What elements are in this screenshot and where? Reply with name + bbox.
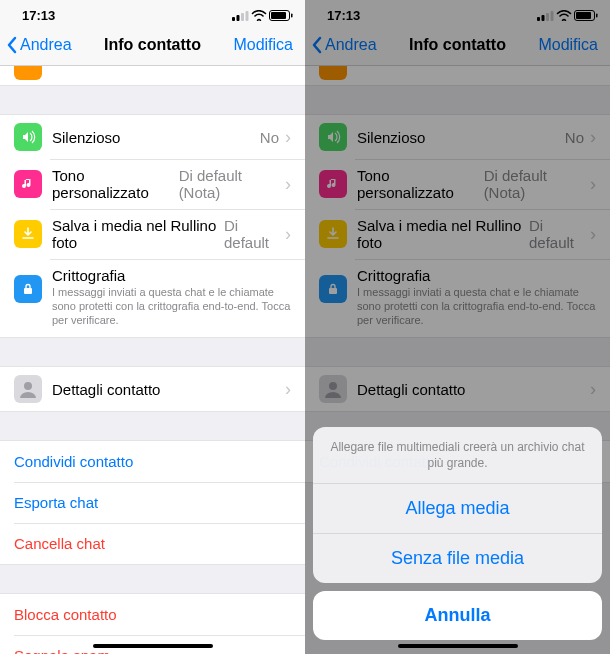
- status-icons: [232, 10, 293, 21]
- silent-value: No: [260, 129, 279, 146]
- nav-back-label: Andrea: [20, 36, 72, 54]
- partial-row: [305, 66, 610, 86]
- tone-value: Di default (Nota): [179, 167, 279, 201]
- person-icon: [14, 375, 42, 403]
- encryption-row: Crittografia I messaggi inviati a questa…: [305, 259, 610, 337]
- encryption-label: Crittografia: [357, 267, 596, 284]
- speaker-icon: [319, 123, 347, 151]
- svg-point-8: [24, 382, 32, 390]
- contact-details-row[interactable]: Dettagli contatto ›: [0, 367, 305, 411]
- home-indicator[interactable]: [398, 644, 518, 648]
- nav-bar: Andrea Info contatto Modifica: [0, 30, 305, 66]
- contact-details-label: Dettagli contatto: [52, 381, 160, 398]
- status-bar: 17:13: [305, 0, 610, 30]
- content-area: Silenzioso No › Tono personalizzato Di d…: [0, 66, 305, 654]
- contact-details-section: Dettagli contatto ›: [305, 366, 610, 412]
- svg-rect-15: [596, 13, 598, 17]
- speaker-icon: [14, 123, 42, 151]
- share-contact-button[interactable]: Condividi contatto: [0, 441, 305, 482]
- tone-label: Tono personalizzato: [52, 167, 175, 201]
- action-sheet-group: Allegare file multimediali creerà un arc…: [313, 427, 602, 583]
- svg-rect-10: [542, 15, 545, 21]
- chevron-right-icon: ›: [590, 224, 596, 245]
- svg-rect-2: [241, 13, 244, 21]
- person-icon: [319, 375, 347, 403]
- block-contact-button[interactable]: Blocca contatto: [0, 594, 305, 635]
- save-media-value: Di default: [224, 217, 279, 251]
- svg-rect-1: [237, 15, 240, 21]
- svg-rect-5: [271, 12, 286, 19]
- nav-back-label: Andrea: [325, 36, 377, 54]
- action-sheet-message: Allegare file multimediali creerà un arc…: [313, 427, 602, 484]
- svg-rect-16: [329, 288, 337, 294]
- encryption-subtitle: I messaggi inviati a questa chat e le ch…: [357, 286, 596, 327]
- lock-icon: [319, 275, 347, 303]
- nav-title: Info contatto: [409, 36, 506, 54]
- cellular-icon: [537, 10, 554, 21]
- nav-edit-button[interactable]: Modifica: [233, 36, 299, 54]
- partial-row[interactable]: [0, 66, 305, 86]
- silent-label: Silenzioso: [52, 129, 120, 146]
- nav-back-button[interactable]: Andrea: [6, 36, 72, 54]
- status-time: 17:13: [22, 8, 55, 23]
- status-icons: [537, 10, 598, 21]
- action-sheet: Allegare file multimediali creerà un arc…: [313, 427, 602, 640]
- battery-icon: [574, 10, 598, 21]
- lock-icon: [14, 275, 42, 303]
- tone-label: Tono personalizzato: [357, 167, 480, 201]
- nav-back-button[interactable]: Andrea: [311, 36, 377, 54]
- chevron-right-icon: ›: [590, 379, 596, 400]
- svg-rect-12: [551, 11, 554, 21]
- silent-label: Silenzioso: [357, 129, 425, 146]
- phone-left: 17:13 Andrea Info contatto Modifica Sile…: [0, 0, 305, 654]
- encryption-subtitle: I messaggi inviati a questa chat e le ch…: [52, 286, 291, 327]
- attach-media-button[interactable]: Allega media: [313, 484, 602, 534]
- chevron-right-icon: ›: [285, 224, 291, 245]
- encryption-row[interactable]: Crittografia I messaggi inviati a questa…: [0, 259, 305, 337]
- svg-rect-7: [24, 288, 32, 294]
- chat-actions-section: Condividi contatto Esporta chat Cancella…: [0, 440, 305, 565]
- svg-rect-6: [291, 13, 293, 17]
- silent-row: Silenzioso No ›: [305, 115, 610, 159]
- svg-rect-9: [537, 17, 540, 21]
- encryption-label: Crittografia: [52, 267, 291, 284]
- chevron-left-icon: [6, 36, 18, 54]
- phone-right: 17:13 Andrea Info contatto Modifica Sile…: [305, 0, 610, 654]
- save-media-value: Di default: [529, 217, 584, 251]
- home-indicator[interactable]: [93, 644, 213, 648]
- status-time: 17:13: [327, 8, 360, 23]
- tone-value: Di default (Nota): [484, 167, 584, 201]
- svg-point-17: [329, 382, 337, 390]
- save-media-label: Salva i media nel Rullino foto: [357, 217, 525, 251]
- search-chat-icon: [319, 66, 347, 80]
- download-icon: [14, 220, 42, 248]
- nav-bar: Andrea Info contatto Modifica: [305, 30, 610, 66]
- chevron-right-icon: ›: [285, 379, 291, 400]
- svg-rect-0: [232, 17, 235, 21]
- chevron-right-icon: ›: [285, 174, 291, 195]
- save-media-row[interactable]: Salva i media nel Rullino foto Di defaul…: [0, 209, 305, 259]
- tone-row: Tono personalizzato Di default (Nota) ›: [305, 159, 610, 209]
- delete-chat-button[interactable]: Cancella chat: [0, 523, 305, 564]
- nav-edit-button[interactable]: Modifica: [538, 36, 604, 54]
- settings-section: Silenzioso No › Tono personalizzato Di d…: [0, 114, 305, 338]
- cancel-button[interactable]: Annulla: [313, 591, 602, 640]
- status-bar: 17:13: [0, 0, 305, 30]
- svg-rect-14: [576, 12, 591, 19]
- export-chat-button[interactable]: Esporta chat: [0, 482, 305, 523]
- chevron-right-icon: ›: [590, 174, 596, 195]
- wifi-icon: [251, 10, 267, 21]
- music-note-icon: [319, 170, 347, 198]
- save-media-label: Salva i media nel Rullino foto: [52, 217, 220, 251]
- cellular-icon: [232, 10, 249, 21]
- svg-rect-3: [246, 11, 249, 21]
- without-media-button[interactable]: Senza file media: [313, 534, 602, 583]
- tone-row[interactable]: Tono personalizzato Di default (Nota) ›: [0, 159, 305, 209]
- nav-title: Info contatto: [104, 36, 201, 54]
- music-note-icon: [14, 170, 42, 198]
- chevron-right-icon: ›: [285, 127, 291, 148]
- chevron-left-icon: [311, 36, 323, 54]
- save-media-row: Salva i media nel Rullino foto Di defaul…: [305, 209, 610, 259]
- silent-row[interactable]: Silenzioso No ›: [0, 115, 305, 159]
- svg-rect-11: [546, 13, 549, 21]
